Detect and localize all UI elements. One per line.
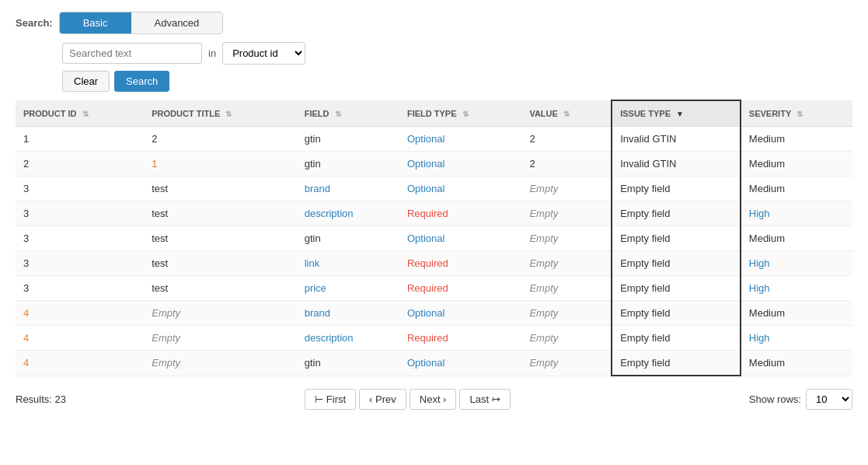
cell-field: gtin: [297, 152, 399, 177]
cell-severity: Medium: [741, 351, 852, 376]
search-inputs: in Product idProduct titleFieldField typ…: [62, 42, 852, 65]
sort-arrows-issue-type: ▼: [676, 110, 684, 118]
cell-severity: High: [741, 276, 852, 301]
col-product-title[interactable]: PRODUCT TITLE ⇅: [144, 100, 296, 127]
cell-value: Empty: [521, 276, 612, 301]
cell-product-id: 2: [16, 152, 144, 177]
cell-severity: High: [741, 201, 852, 226]
cell-field: brand: [297, 177, 399, 201]
cell-field-type: Required: [399, 251, 521, 276]
cell-product-title: Empty: [144, 301, 296, 326]
cell-field-type: Optional: [399, 127, 521, 152]
cell-severity: Medium: [741, 152, 852, 177]
sort-arrows-field: ⇅: [335, 110, 341, 118]
cell-issue-type: Empty field: [612, 177, 741, 201]
col-field-type[interactable]: FIELD TYPE ⇅: [399, 100, 521, 127]
cell-field-type: Required: [399, 201, 521, 226]
col-severity[interactable]: SEVERITY ⇅: [741, 100, 852, 127]
first-page-button[interactable]: ⊢ First: [305, 389, 356, 410]
cell-field-type: Optional: [399, 351, 521, 376]
cell-field-type: Required: [399, 326, 521, 351]
sort-arrows-product-id: ⇅: [82, 110, 89, 118]
cell-value: Empty: [521, 326, 612, 351]
search-input[interactable]: [62, 43, 202, 64]
last-page-button[interactable]: Last ↦: [459, 389, 510, 410]
search-label: Search:: [16, 17, 53, 29]
cell-field: gtin: [297, 127, 399, 152]
cell-issue-type: Invalid GTIN: [612, 152, 741, 177]
cell-value: 2: [521, 127, 612, 152]
cell-product-id: 1: [16, 127, 144, 152]
cell-field: gtin: [297, 351, 399, 376]
cell-issue-type: Empty field: [612, 226, 741, 251]
cell-value: Empty: [521, 251, 612, 276]
col-value[interactable]: VALUE ⇅: [521, 100, 612, 127]
sort-arrows-field-type: ⇅: [462, 110, 469, 118]
pagination-bar: Results: 23 ⊢ First ‹ Prev Next › Last ↦…: [16, 379, 852, 419]
cell-product-id: 4: [16, 326, 144, 351]
field-select[interactable]: Product idProduct titleFieldField typeVa…: [222, 42, 305, 65]
cell-value: Empty: [521, 177, 612, 201]
data-table: PRODUCT ID ⇅ PRODUCT TITLE ⇅ FIELD ⇅ FIE…: [16, 100, 852, 376]
cell-field: gtin: [297, 226, 399, 251]
results-count: Results: 23: [16, 393, 66, 405]
cell-product-title: Empty: [144, 326, 296, 351]
cell-issue-type: Empty field: [612, 301, 741, 326]
col-field[interactable]: FIELD ⇅: [297, 100, 399, 127]
cell-issue-type: Empty field: [612, 201, 741, 226]
prev-page-button[interactable]: ‹ Prev: [359, 389, 406, 410]
table-body: 12gtinOptional2Invalid GTINMedium21gtinO…: [16, 127, 852, 376]
show-rows: Show rows: 102550100: [749, 389, 852, 410]
sort-arrows-severity: ⇅: [797, 110, 803, 118]
search-bar: Search: Basic Advanced: [16, 12, 852, 34]
pagination-buttons: ⊢ First ‹ Prev Next › Last ↦: [305, 389, 510, 410]
cell-issue-type: Empty field: [612, 251, 741, 276]
cell-field: price: [297, 276, 399, 301]
cell-issue-type: Empty field: [612, 326, 741, 351]
cell-issue-type: Invalid GTIN: [612, 127, 741, 152]
cell-product-id: 3: [16, 251, 144, 276]
cell-field-type: Optional: [399, 177, 521, 201]
cell-product-id: 3: [16, 226, 144, 251]
cell-severity: Medium: [741, 226, 852, 251]
cell-severity: High: [741, 326, 852, 351]
cell-value: Empty: [521, 226, 612, 251]
cell-value: Empty: [521, 351, 612, 376]
table-header: PRODUCT ID ⇅ PRODUCT TITLE ⇅ FIELD ⇅ FIE…: [16, 100, 852, 127]
cell-product-title: test: [144, 251, 296, 276]
cell-value: 2: [521, 152, 612, 177]
cell-product-title: 1: [144, 152, 296, 177]
sort-arrows-value: ⇅: [563, 110, 570, 118]
tab-basic[interactable]: Basic: [60, 12, 131, 33]
cell-product-id: 4: [16, 351, 144, 376]
cell-severity: High: [741, 251, 852, 276]
cell-product-title: test: [144, 276, 296, 301]
cell-product-id: 3: [16, 177, 144, 201]
col-issue-type[interactable]: ISSUE TYPE ▼: [612, 100, 741, 127]
cell-field: description: [297, 326, 399, 351]
cell-product-id: 3: [16, 201, 144, 226]
clear-button[interactable]: Clear: [62, 71, 110, 92]
cell-field: description: [297, 201, 399, 226]
cell-issue-type: Empty field: [612, 351, 741, 376]
page-container: Search: Basic Advanced in Product idProd…: [0, 0, 868, 431]
next-page-button[interactable]: Next ›: [410, 389, 457, 410]
sort-arrows-product-title: ⇅: [225, 110, 232, 118]
cell-field: link: [297, 251, 399, 276]
show-rows-label: Show rows:: [749, 393, 801, 405]
cell-product-title: test: [144, 201, 296, 226]
cell-product-title: test: [144, 177, 296, 201]
cell-field-type: Optional: [399, 226, 521, 251]
in-label: in: [208, 47, 216, 59]
cell-product-title: Empty: [144, 351, 296, 376]
cell-field-type: Required: [399, 276, 521, 301]
cell-product-id: 4: [16, 301, 144, 326]
cell-field-type: Optional: [399, 301, 521, 326]
rows-select[interactable]: 102550100: [806, 389, 852, 410]
tab-advanced[interactable]: Advanced: [131, 12, 223, 33]
col-product-id[interactable]: PRODUCT ID ⇅: [16, 100, 144, 127]
cell-value: Empty: [521, 301, 612, 326]
cell-product-title: test: [144, 226, 296, 251]
cell-field: brand: [297, 301, 399, 326]
search-button[interactable]: Search: [114, 71, 169, 92]
